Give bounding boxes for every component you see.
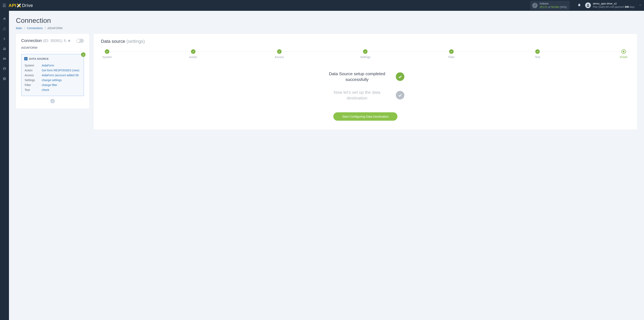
gear-icon[interactable] xyxy=(68,39,70,42)
step-check-icon xyxy=(191,49,196,54)
ds-row: Filterchange filter xyxy=(25,83,80,87)
logo-drive: Drive xyxy=(22,3,33,8)
breadcrumb: Main / Connections / AIDAFORM xyxy=(16,27,637,30)
user-menu[interactable]: demo_apix-drive_s2 Plan |Start| left unt… xyxy=(585,2,635,9)
actions-pct: (50%) xyxy=(560,6,567,9)
status-done-row: Data Source setup completed successfully xyxy=(326,71,404,83)
ds-link-access[interactable]: AidaForm (account added 08. xyxy=(42,74,79,77)
step-current-icon xyxy=(622,49,626,54)
data-source-card: Data source (settings) System Action Acc… xyxy=(94,34,637,130)
ds-link-filter[interactable]: change filter xyxy=(42,83,57,87)
avatar-icon xyxy=(585,3,591,8)
start-destination-button[interactable]: Start Configuring Data Destination xyxy=(333,112,398,121)
ds-row: Settingschange settings xyxy=(25,78,80,82)
help-icon[interactable] xyxy=(3,77,6,82)
connection-id: (ID: 39391) xyxy=(43,39,62,43)
ds-row: AccessAidaForm (account added 08. xyxy=(25,73,80,78)
connection-toggle[interactable] xyxy=(76,39,84,43)
check-icon xyxy=(396,72,404,81)
breadcrumb-current: AIDAFORM xyxy=(48,27,62,30)
connections-icon[interactable] xyxy=(3,27,6,32)
step-check-icon xyxy=(277,49,282,54)
step-system[interactable]: System xyxy=(101,49,113,59)
data-source-heading: Data source (settings) xyxy=(101,39,630,44)
side-nav xyxy=(0,11,9,320)
step-check-icon xyxy=(535,49,540,54)
actions-used: 25'171 xyxy=(540,6,548,9)
status-done-text: Data Source setup completed successfully xyxy=(326,71,388,83)
step-action[interactable]: Action xyxy=(187,49,199,59)
ds-link-action[interactable]: Get form RESPONSES (new) xyxy=(42,69,79,72)
step-access[interactable]: Access xyxy=(273,49,286,59)
logo-api: API xyxy=(8,3,16,8)
data-source-check-icon xyxy=(81,52,86,57)
status-pending-row: Now let's set up the data destination xyxy=(326,90,404,101)
data-source-number: 1 xyxy=(24,57,28,60)
youtube-icon[interactable] xyxy=(3,57,6,62)
step-check-icon xyxy=(363,49,368,54)
info-icon: i xyxy=(532,3,538,8)
step-filter[interactable]: Filter xyxy=(445,49,458,59)
ds-row: Testcheck xyxy=(25,88,80,92)
ds-link-system[interactable]: AidaForm xyxy=(42,64,54,67)
breadcrumb-main[interactable]: Main xyxy=(16,27,22,30)
user-text: demo_apix-drive_s2 Plan |Start| left unt… xyxy=(593,2,635,9)
connection-card: Connection (ID: 39391) AIDAFORM 1 DATA S… xyxy=(16,34,89,109)
billing-icon[interactable] xyxy=(3,37,6,42)
data-source-table: SystemAidaForm ActionGet form RESPONSES … xyxy=(24,63,81,93)
actions-of: of xyxy=(548,6,550,9)
step-check-icon xyxy=(449,49,454,54)
page-title: Connection xyxy=(16,17,637,25)
step-finish[interactable]: Finish xyxy=(618,49,630,59)
add-destination-button[interactable]: + xyxy=(50,99,55,103)
actions-quota-text: Actions: 25'171 of 50'000 (50%) xyxy=(540,2,567,9)
top-header: ☰ API Drive i Actions: 25'171 of 50'000 … xyxy=(0,0,644,11)
connection-heading: Connection xyxy=(21,38,42,43)
breadcrumb-connections[interactable]: Connections xyxy=(27,27,43,30)
briefcase-icon[interactable] xyxy=(3,47,6,52)
main-content: Connection Main / Connections / AIDAFORM… xyxy=(9,11,644,320)
home-icon[interactable] xyxy=(3,17,6,22)
step-settings[interactable]: Settings xyxy=(359,49,371,59)
chevron-down-icon[interactable] xyxy=(639,4,642,7)
stepper: System Action Access Settings xyxy=(101,49,630,59)
logo[interactable]: API Drive xyxy=(8,3,33,8)
connection-name: AIDAFORM xyxy=(21,46,84,52)
status-pending-text: Now let's set up the data destination xyxy=(326,90,388,101)
step-test[interactable]: Test xyxy=(532,49,544,59)
logo-x-icon xyxy=(16,3,22,8)
ds-row: ActionGet form RESPONSES (new) xyxy=(25,68,80,73)
account-icon[interactable] xyxy=(3,67,6,72)
actions-label: Actions: xyxy=(540,2,567,6)
step-check-icon xyxy=(105,49,109,54)
data-source-title: DATA SOURCE xyxy=(29,57,49,60)
ds-link-test[interactable]: check xyxy=(42,88,49,92)
user-name: demo_apix-drive_s2 xyxy=(593,2,635,6)
menu-icon[interactable]: ☰ xyxy=(2,3,6,8)
ds-link-settings[interactable]: change settings xyxy=(42,79,62,82)
user-plan: Plan |Start| left until payment 346 days xyxy=(593,6,635,9)
actions-total: 50'000 xyxy=(551,6,559,9)
actions-quota-box[interactable]: i Actions: 25'171 of 50'000 (50%) xyxy=(530,1,570,10)
copy-icon[interactable] xyxy=(64,39,66,42)
ds-row: SystemAidaForm xyxy=(25,63,80,68)
check-icon xyxy=(396,91,404,100)
bell-icon[interactable] xyxy=(578,3,581,8)
data-source-box[interactable]: 1 DATA SOURCE SystemAidaForm ActionGet f… xyxy=(21,54,84,96)
